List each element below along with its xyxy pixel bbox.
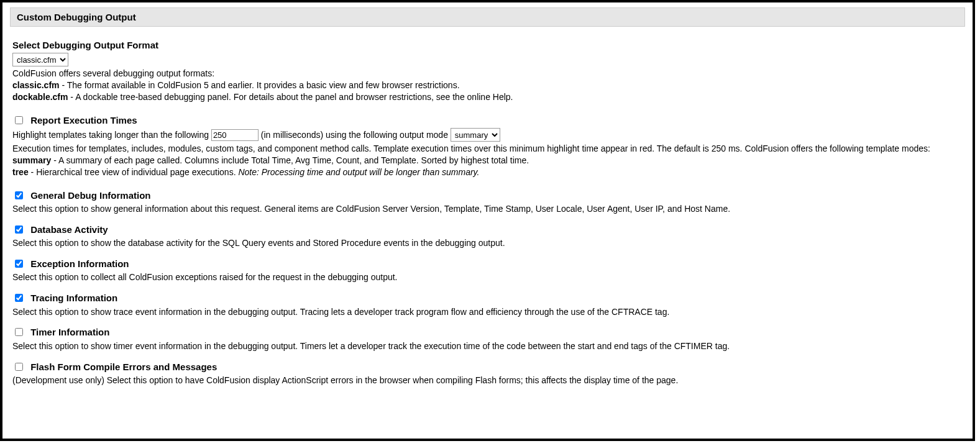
section-title: Custom Debugging Output — [17, 12, 136, 22]
tracing-heading: Tracing Information — [30, 293, 117, 303]
exception-heading: Exception Information — [30, 258, 129, 269]
output-mode-select[interactable]: summary — [451, 128, 500, 142]
classic-name: classic.cfm — [12, 80, 60, 90]
threshold-pre: Highlight templates taking longer than t… — [12, 130, 211, 140]
exception-checkbox[interactable] — [15, 260, 23, 268]
summary-name: summary — [12, 155, 51, 165]
tracing-checkbox[interactable] — [15, 294, 23, 302]
database-desc: Select this option to show the database … — [12, 237, 963, 249]
report-exec-checkbox[interactable] — [15, 116, 23, 124]
summary-desc: - A summary of each page called. Columns… — [51, 155, 529, 165]
section-header: Custom Debugging Output — [10, 7, 965, 27]
timer-heading: Timer Information — [30, 327, 109, 337]
threshold-mid: (in milliseconds) using the following ou… — [261, 130, 451, 140]
database-block: Database Activity Select this option to … — [12, 224, 963, 249]
report-exec-desc: Execution times for templates, includes,… — [12, 143, 963, 155]
timer-desc: Select this option to show timer event i… — [12, 340, 963, 352]
database-heading: Database Activity — [30, 224, 108, 235]
flash-heading: Flash Form Compile Errors and Messages — [30, 362, 217, 372]
timer-checkbox[interactable] — [15, 328, 23, 336]
exception-block: Exception Information Select this option… — [12, 258, 963, 283]
flash-desc: (Development use only) Select this optio… — [12, 375, 963, 386]
report-exec-block: Report Execution Times Highlight templat… — [12, 114, 963, 178]
dockable-desc: - A dockable tree-based debugging panel.… — [68, 92, 513, 102]
general-desc: Select this option to show general infor… — [12, 203, 963, 215]
window-frame: Custom Debugging Output Select Debugging… — [0, 0, 975, 441]
general-block: General Debug Information Select this op… — [12, 189, 963, 215]
tracing-desc: Select this option to show trace event i… — [12, 306, 963, 318]
classic-desc: - The format available in ColdFusion 5 a… — [60, 80, 460, 90]
general-checkbox[interactable] — [15, 191, 23, 199]
threshold-input[interactable] — [211, 129, 259, 141]
general-heading: General Debug Information — [30, 190, 150, 201]
output-format-select[interactable]: classic.cfm — [12, 53, 68, 66]
tracing-block: Tracing Information Select this option t… — [12, 292, 963, 317]
tree-desc-plain: - Hierarchical tree view of individual p… — [29, 167, 239, 177]
dockable-name: dockable.cfm — [12, 92, 68, 102]
database-checkbox[interactable] — [15, 225, 23, 234]
output-format-intro: ColdFusion offers several debugging outp… — [12, 68, 963, 80]
flash-block: Flash Form Compile Errors and Messages (… — [12, 361, 963, 386]
output-format-heading: Select Debugging Output Format — [12, 40, 158, 50]
tree-desc-italic: Note: Processing time and output will be… — [238, 167, 479, 177]
flash-checkbox[interactable] — [15, 363, 23, 371]
report-exec-heading: Report Execution Times — [30, 115, 137, 125]
timer-block: Timer Information Select this option to … — [12, 326, 963, 352]
exception-desc: Select this option to collect all ColdFu… — [12, 271, 963, 283]
output-format-block: Select Debugging Output Format classic.c… — [12, 39, 963, 103]
tree-name: tree — [12, 167, 29, 177]
